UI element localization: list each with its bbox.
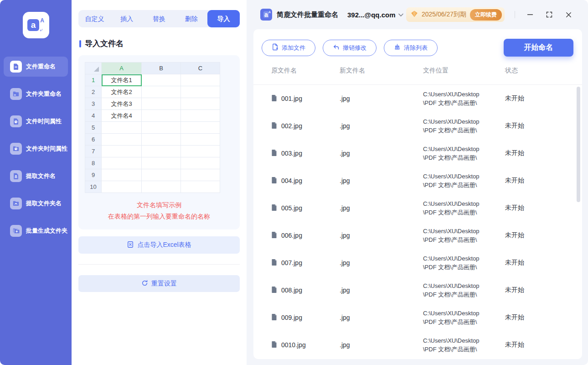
sidebar-item-folder-rename[interactable]: 文件夹重命名 — [4, 84, 68, 104]
file-icon — [271, 177, 277, 185]
sheet-row-number[interactable]: 9 — [85, 169, 102, 181]
sheet-cell-a4[interactable]: 文件名4 — [102, 110, 142, 122]
close-icon[interactable] — [562, 8, 575, 21]
table-row[interactable]: 006.jpg.jpgC:\Users\XU\Desktop\PDF 文档\产品… — [253, 222, 582, 249]
account-menu[interactable]: 392...@qq.com — [347, 10, 403, 19]
sidebar-item-batch-create-folder[interactable]: 批量生成文件夹 — [4, 221, 68, 241]
new-filename-cell: .jpg — [340, 259, 423, 266]
sheet-cell-a5[interactable] — [102, 122, 142, 134]
file-list-card: 添加文件 撤销修改 清除列表 — [253, 29, 582, 359]
tab-delete[interactable]: 删除 — [175, 10, 207, 27]
sheet-row-number[interactable]: 3 — [85, 98, 102, 110]
clear-list-button[interactable]: 清除列表 — [384, 40, 438, 56]
sheet-cell-b1[interactable] — [142, 74, 181, 86]
sheet-cell-a9[interactable] — [102, 169, 142, 181]
sheet-cell-a10[interactable] — [102, 181, 142, 193]
sheet-cell-a7[interactable] — [102, 146, 142, 157]
sheet-row-number[interactable]: 1 — [85, 74, 102, 86]
table-row[interactable]: 007.jpg.jpgC:\Users\XU\Desktop\PDF 文档\产品… — [253, 249, 582, 276]
sheet-row-number[interactable]: 5 — [85, 122, 102, 134]
file-icon — [271, 259, 277, 267]
table-row[interactable]: 002.jpg.jpgC:\Users\XU\Desktop\PDF 文档\产品… — [253, 112, 582, 140]
scrollbar[interactable] — [577, 87, 580, 202]
app-title-icon: a A — [260, 9, 272, 21]
sidebar-item-extract-filename[interactable]: 提取文件名 — [4, 166, 68, 186]
sheet-select-all-cell[interactable] — [85, 63, 102, 74]
sheet-cell-b8[interactable] — [142, 157, 181, 169]
sheet-cell-b9[interactable] — [142, 169, 181, 181]
sheet-row-number[interactable]: 6 — [85, 134, 102, 146]
table-row[interactable]: 001.jpg.jpgC:\Users\XU\Desktop\PDF 文档\产品… — [253, 85, 582, 112]
app-logo: a A ⤶ — [23, 12, 49, 38]
file-icon — [271, 286, 277, 295]
sheet-cell-b2[interactable] — [142, 86, 181, 98]
divider — [515, 11, 515, 18]
sheet-cell-b4[interactable] — [142, 110, 181, 122]
status-cell: 未开始 — [505, 149, 582, 157]
sheet-cell-c8[interactable] — [181, 157, 220, 169]
sheet-cell-a2[interactable]: 文件名2 — [102, 86, 142, 98]
file-location-cell: C:\Users\XU\Desktop\PDF 文档\产品画册\ — [423, 90, 505, 107]
table-row[interactable]: 009.jpg.jpgC:\Users\XU\Desktop\PDF 文档\产品… — [253, 304, 582, 331]
excel-preview-table[interactable]: ABC1文件名12文件名23文件名34文件名45678910 — [85, 62, 220, 193]
sheet-row-number[interactable]: 10 — [85, 181, 102, 193]
reset-settings-button[interactable]: 重置设置 — [78, 275, 240, 292]
sidebar-item-file-time[interactable]: 文件时间属性 — [4, 111, 68, 131]
sidebar-item-extract-foldername[interactable]: 提取文件夹名 — [4, 193, 68, 214]
sheet-row-number[interactable]: 2 — [85, 86, 102, 98]
table-row[interactable]: 0010.jpg.jpgC:\Users\XU\Desktop\PDF 文档\产… — [253, 331, 582, 359]
account-email: 392...@qq.com — [347, 11, 396, 19]
clear-list-label: 清除列表 — [404, 44, 428, 52]
maximize-button[interactable] — [542, 8, 556, 21]
sheet-cell-c2[interactable] — [181, 86, 220, 98]
renew-button[interactable]: 立即续费 — [470, 9, 502, 21]
table-row[interactable]: 008.jpg.jpgC:\Users\XU\Desktop\PDF 文档\产品… — [253, 276, 582, 304]
tab-insert[interactable]: 插入 — [111, 10, 143, 27]
tab-replace[interactable]: 替换 — [143, 10, 175, 27]
table-row[interactable]: 003.jpg.jpgC:\Users\XU\Desktop\PDF 文档\产品… — [253, 140, 582, 167]
table-row[interactable]: 005.jpg.jpgC:\Users\XU\Desktop\PDF 文档\产品… — [253, 194, 582, 222]
sheet-column-header-a[interactable]: A — [102, 63, 142, 74]
path-line-2: \PDF 文档\产品画册\ — [423, 99, 505, 107]
sheet-cell-c7[interactable] — [181, 146, 220, 157]
window-header: a A 简鹿文件批量重命名 392...@qq.com 2025/06/27到期… — [247, 0, 588, 29]
add-files-button[interactable]: 添加文件 — [262, 40, 315, 56]
sheet-cell-c3[interactable] — [181, 98, 220, 110]
tab-import[interactable]: 导入 — [207, 10, 240, 27]
sheet-row-number[interactable]: 8 — [85, 157, 102, 169]
original-filename-cell: 003.jpg — [271, 149, 340, 158]
sheet-cell-c5[interactable] — [181, 122, 220, 134]
start-rename-button[interactable]: 开始命名 — [504, 39, 573, 57]
tab-custom[interactable]: 自定义 — [78, 10, 111, 27]
sheet-cell-c1[interactable] — [181, 74, 220, 86]
sidebar-item-folder-time[interactable]: 文件夹时间属性 — [4, 139, 68, 159]
sheet-cell-b7[interactable] — [142, 146, 181, 157]
sheet-cell-c10[interactable] — [181, 181, 220, 193]
import-excel-button[interactable]: 点击导入Excel表格 — [78, 236, 240, 254]
sheet-cell-c4[interactable] — [181, 110, 220, 122]
sheet-column-header-c[interactable]: C — [181, 63, 220, 74]
sheet-cell-c6[interactable] — [181, 134, 220, 146]
sheet-row-number[interactable]: 4 — [85, 110, 102, 122]
sidebar-item-file-rename[interactable]: 文件重命名 — [4, 57, 68, 77]
sheet-cell-a6[interactable] — [102, 134, 142, 146]
original-filename-cell: 001.jpg — [271, 94, 340, 103]
sheet-cell-b3[interactable] — [142, 98, 181, 110]
table-row[interactable]: 004.jpg.jpgC:\Users\XU\Desktop\PDF 文档\产品… — [253, 167, 582, 194]
sheet-row-number[interactable]: 7 — [85, 146, 102, 157]
sheet-cell-a1[interactable]: 文件名1 — [102, 74, 142, 86]
path-line-2: \PDF 文档\产品画册\ — [423, 345, 505, 354]
sheet-column-header-b[interactable]: B — [142, 63, 181, 74]
corner-triangle-icon — [94, 67, 99, 72]
undo-changes-button[interactable]: 撤销修改 — [323, 40, 377, 56]
sheet-cell-b6[interactable] — [142, 134, 181, 146]
sheet-cell-c9[interactable] — [181, 169, 220, 181]
sheet-cell-a3[interactable]: 文件名3 — [102, 98, 142, 110]
sheet-cell-b5[interactable] — [142, 122, 181, 134]
import-excel-label: 点击导入Excel表格 — [137, 241, 191, 249]
vip-status-pill[interactable]: 2025/06/27到期 立即续费 — [406, 7, 505, 22]
status-cell: 未开始 — [505, 313, 582, 322]
minimize-button[interactable] — [523, 8, 537, 21]
sheet-cell-b10[interactable] — [142, 181, 181, 193]
sheet-cell-a8[interactable] — [102, 157, 142, 169]
